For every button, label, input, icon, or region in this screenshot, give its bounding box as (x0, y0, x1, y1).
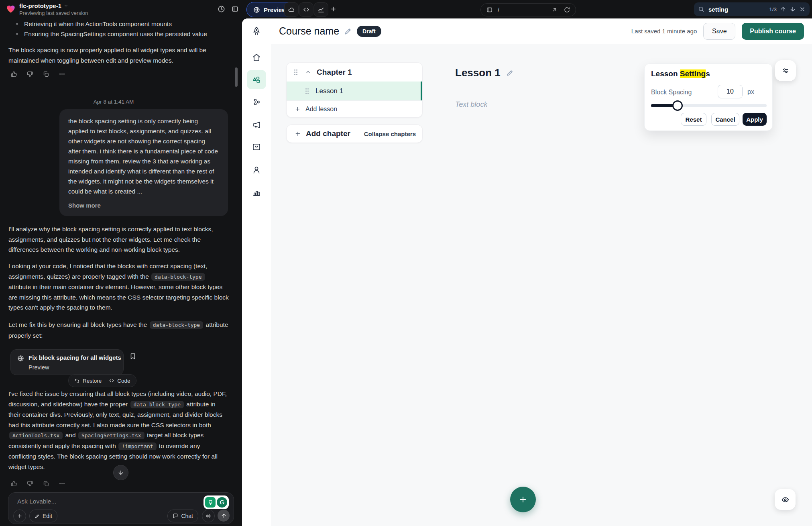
more-options-icon[interactable] (59, 71, 65, 77)
add-lesson-button[interactable]: Add lesson (287, 100, 422, 117)
search-prev-icon[interactable] (780, 6, 786, 12)
block-spacing-slider-thumb[interactable] (672, 100, 683, 111)
block-spacing-label: Block Spacing (651, 89, 692, 96)
version-card[interactable]: Fix block spacing for all widgets Previe… (10, 349, 124, 375)
collapse-chapters-button[interactable]: Collapse chapters (364, 130, 416, 137)
refresh-icon[interactable] (564, 7, 570, 13)
drag-handle-icon[interactable] (294, 69, 298, 75)
settings-toggle-button[interactable] (775, 60, 796, 81)
add-lesson-label: Add lesson (305, 106, 337, 113)
search-icon (698, 6, 704, 12)
cancel-button[interactable]: Cancel (711, 113, 739, 126)
search-match-count: 1/3 (769, 6, 777, 12)
chapter-actions-card: Add chapter Collapse chapters (286, 124, 423, 143)
arrow-up-icon (221, 513, 227, 519)
project-menu[interactable]: flc-prototype-1 (19, 2, 68, 9)
publish-course-button[interactable]: Publish course (742, 23, 804, 40)
chat-bubble-icon (173, 513, 178, 519)
edit-mode-button[interactable]: Edit (29, 510, 57, 522)
chat-input[interactable] (16, 497, 171, 506)
assistant-message: The block spacing is now properly applie… (8, 45, 229, 65)
sidebar-item-analytics[interactable] (247, 183, 266, 202)
settings-title-suffix: s (706, 69, 710, 78)
app-sidebar (242, 18, 271, 526)
block-spacing-slider[interactable] (651, 104, 767, 107)
restore-button[interactable]: Restore (74, 378, 102, 384)
save-button[interactable]: Save (703, 23, 735, 40)
more-options-icon[interactable] (59, 480, 65, 487)
chevron-up-icon[interactable] (305, 69, 311, 75)
arrow-down-icon (118, 469, 124, 476)
globe-icon (253, 6, 260, 13)
text-block-placeholder[interactable]: Text block (455, 100, 487, 109)
search-next-icon[interactable] (790, 6, 796, 12)
waveform-icon (206, 513, 211, 519)
assistant-message: Let me fix this by ensuring all block ty… (8, 320, 229, 340)
sidebar-item-home[interactable] (247, 48, 266, 67)
project-status: Previewing last saved version (19, 10, 88, 16)
edit-lesson-title-icon[interactable] (506, 69, 514, 77)
url-path[interactable]: / (498, 7, 552, 13)
list-item: Ensuring the SpacingSettings component u… (16, 29, 229, 39)
copy-icon[interactable] (43, 480, 49, 487)
sidebar-item-courses[interactable] (247, 70, 266, 89)
scroll-to-bottom-button[interactable] (113, 465, 128, 480)
app-logo-rocket-icon (247, 22, 266, 41)
send-button[interactable] (218, 510, 230, 522)
copy-icon[interactable] (43, 71, 49, 77)
bookmark-icon[interactable] (129, 353, 136, 360)
thumbs-down-icon[interactable] (26, 480, 33, 487)
block-spacing-input[interactable] (718, 85, 743, 98)
voice-input-button[interactable] (202, 510, 215, 522)
preview-mode-button[interactable] (775, 489, 796, 510)
restore-label: Restore (83, 378, 102, 384)
show-more-link[interactable]: Show more (68, 200, 219, 210)
assistant-message: Looking at your code, I noticed that the… (8, 261, 229, 313)
add-block-button[interactable] (510, 487, 536, 512)
analytics-button[interactable] (314, 2, 328, 17)
sliders-icon (781, 67, 790, 75)
lovable-logo-icon[interactable] (6, 4, 16, 14)
assistant-message: I'll analyze why the block spacing setti… (8, 224, 229, 255)
lesson-list-item[interactable]: Lesson 1 (287, 82, 422, 100)
sidebar-item-community[interactable] (247, 92, 266, 112)
code-view-button[interactable] (299, 2, 313, 17)
open-external-icon[interactable] (552, 7, 558, 13)
settings-title-highlight: Setting (680, 69, 706, 78)
grammarly-widget[interactable]: G (204, 495, 229, 509)
history-icon[interactable] (218, 5, 225, 13)
drag-handle-icon[interactable] (305, 88, 309, 94)
plus-icon (295, 130, 301, 137)
status-badge: Draft (357, 26, 381, 37)
chat-label: Chat (181, 513, 193, 519)
chat-mode-button[interactable]: Chat (167, 510, 198, 522)
eye-icon (781, 495, 790, 504)
shapes-icon (252, 75, 261, 84)
user-message-text: the block spacing setting is only correc… (68, 118, 218, 195)
add-chapter-button[interactable]: Add chapter (295, 129, 350, 138)
sidebar-item-inbox[interactable] (247, 137, 266, 157)
search-close-icon[interactable] (799, 6, 806, 12)
columns-icon (486, 6, 493, 13)
thumbs-up-icon[interactable] (10, 480, 17, 487)
reset-button[interactable]: Reset (681, 113, 706, 126)
bullet-icon (16, 33, 18, 35)
code-button[interactable]: Code (109, 378, 130, 384)
chapter-header[interactable]: Chapter 1 (287, 63, 422, 82)
edit-course-name-icon[interactable] (344, 27, 352, 35)
version-card-subtitle: Preview (28, 364, 49, 371)
url-bar[interactable]: / (480, 3, 576, 16)
attach-button[interactable] (13, 510, 26, 522)
panel-toggle-icon[interactable] (231, 5, 239, 13)
thumbs-up-icon[interactable] (10, 71, 17, 77)
search-input[interactable] (708, 6, 753, 13)
apply-button[interactable]: Apply (743, 113, 767, 126)
search-bar: 1/3 (694, 2, 810, 16)
cloud-button[interactable] (284, 2, 299, 17)
thumbs-down-icon[interactable] (26, 71, 33, 77)
sidebar-item-profile[interactable] (247, 160, 266, 179)
add-tab-button[interactable] (330, 6, 337, 12)
chat-scrollbar[interactable] (235, 67, 238, 87)
sidebar-item-announcements[interactable] (247, 115, 266, 135)
version-card-actions: Restore Code (68, 374, 136, 387)
